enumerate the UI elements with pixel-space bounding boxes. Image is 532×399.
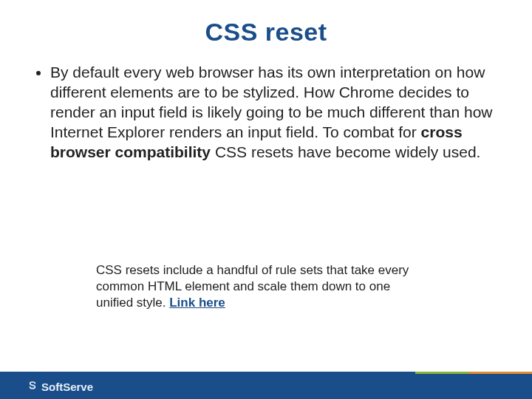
brand-suffix: Serve <box>63 381 93 393</box>
brand-s-icon <box>27 381 38 392</box>
brand-name: SoftServe <box>41 381 93 393</box>
brand-logo: SoftServe <box>27 381 93 393</box>
note-link[interactable]: Link here <box>169 296 225 310</box>
note-text: CSS resets include a handful of rule set… <box>96 263 409 310</box>
bullet-text-post: CSS resets have become widely used. <box>211 143 480 160</box>
body-list: By default every web browser has its own… <box>35 63 497 162</box>
bullet-item: By default every web browser has its own… <box>50 63 497 162</box>
footer: SoftServe <box>0 368 532 399</box>
brand-prefix: Soft <box>41 381 63 393</box>
note-block: CSS resets include a handful of rule set… <box>96 262 414 311</box>
slide: CSS reset By default every web browser h… <box>0 0 532 399</box>
page-title: CSS reset <box>35 18 497 47</box>
footer-bar: SoftServe <box>0 374 532 399</box>
